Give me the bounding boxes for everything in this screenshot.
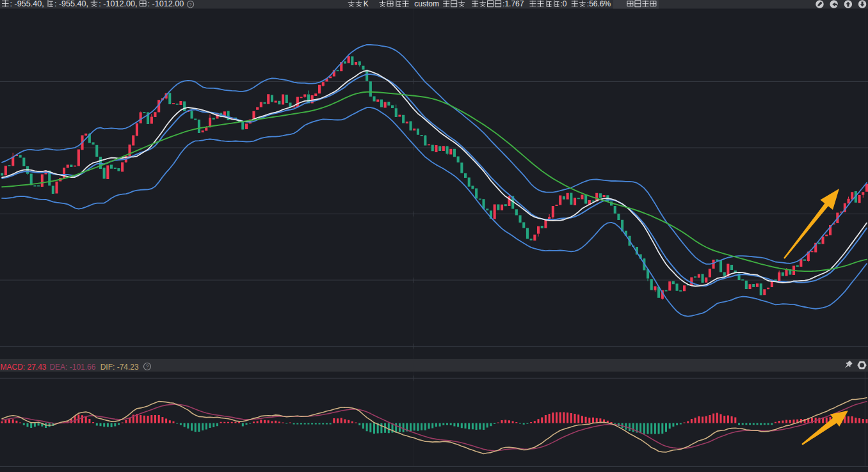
svg-text::1.767: :1.767 bbox=[502, 0, 524, 8]
svg-text:: -955.40,: : -955.40, bbox=[10, 0, 47, 8]
svg-text:?: ? bbox=[189, 2, 192, 8]
svg-text:DEA: -101.66: DEA: -101.66 bbox=[49, 363, 95, 372]
svg-text:: -1012.00,: : -1012.00, bbox=[99, 0, 140, 8]
svg-text::0: :0 bbox=[561, 0, 567, 8]
svg-text:MACD: 27.43: MACD: 27.43 bbox=[1, 363, 47, 372]
svg-text:?: ? bbox=[146, 364, 149, 370]
svg-text:custom: custom bbox=[414, 0, 439, 8]
svg-text::56.6%: :56.6% bbox=[587, 0, 611, 8]
svg-text:K: K bbox=[364, 0, 369, 8]
svg-text:: -955.40,: : -955.40, bbox=[54, 0, 91, 8]
svg-text:DIF: -74.23: DIF: -74.23 bbox=[100, 363, 139, 372]
svg-text:: -1012.00: : -1012.00 bbox=[148, 0, 184, 8]
